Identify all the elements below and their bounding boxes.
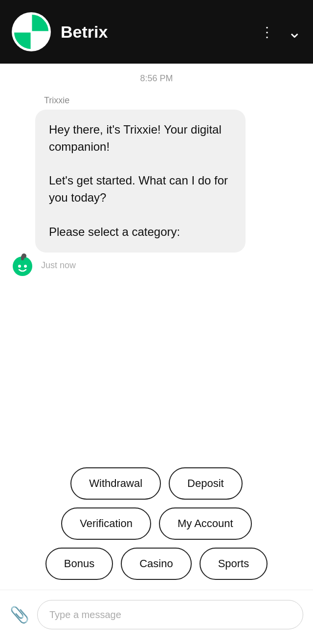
app-logo — [12, 12, 51, 51]
avatar-row: Just now — [10, 253, 303, 278]
sports-button[interactable]: Sports — [200, 548, 268, 580]
category-buttons-area: Withdrawal Deposit Verification My Accou… — [0, 458, 313, 590]
attachment-icon[interactable]: 📎 — [10, 605, 29, 624]
input-area: 📎 — [0, 590, 313, 644]
app-header: Betrix ⋮ ⌄ — [0, 0, 313, 64]
button-row-1: Withdrawal Deposit — [8, 467, 305, 500]
bonus-button[interactable]: Bonus — [45, 548, 113, 580]
message-time: Just now — [41, 260, 76, 271]
my-account-button[interactable]: My Account — [159, 507, 252, 540]
bot-message-row: Hey there, it's Trixxie! Your digital co… — [10, 110, 303, 253]
more-options-icon[interactable]: ⋮ — [260, 24, 274, 40]
withdrawal-button[interactable]: Withdrawal — [70, 467, 161, 500]
verification-button[interactable]: Verification — [61, 507, 151, 540]
sender-name: Trixxie — [44, 95, 303, 106]
svg-point-7 — [18, 265, 21, 268]
button-row-3: Bonus Casino Sports — [8, 548, 305, 580]
app-title: Betrix — [61, 23, 260, 42]
chat-area: 8:56 PM Trixxie Hey there, it's Trixxie!… — [0, 64, 313, 458]
bot-message-bubble: Hey there, it's Trixxie! Your digital co… — [35, 110, 246, 253]
svg-point-6 — [22, 253, 26, 258]
message-input[interactable] — [37, 600, 303, 629]
svg-point-8 — [24, 265, 27, 268]
button-row-2: Verification My Account — [8, 507, 305, 540]
bot-avatar — [10, 253, 35, 278]
casino-button[interactable]: Casino — [121, 548, 191, 580]
deposit-button[interactable]: Deposit — [169, 467, 243, 500]
message-timestamp: 8:56 PM — [10, 73, 303, 84]
chevron-down-icon[interactable]: ⌄ — [288, 22, 301, 42]
header-actions: ⋮ ⌄ — [260, 22, 301, 42]
